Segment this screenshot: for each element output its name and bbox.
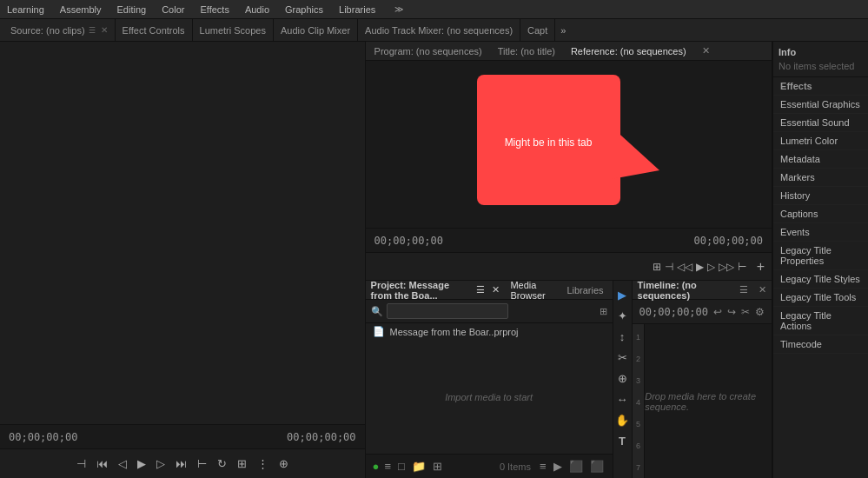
- timeline-current-time[interactable]: 00;00;00;00: [639, 306, 708, 318]
- timeline-track-numbers: 1 2 3 4 5 6 7: [633, 324, 646, 478]
- track-num-5: 5: [636, 413, 640, 435]
- effects-item-legacy-title-properties[interactable]: Legacy Title Properties: [773, 242, 868, 270]
- prog-add-marker[interactable]: +: [757, 259, 765, 275]
- effects-item-essential-sound[interactable]: Essential Sound: [773, 114, 868, 132]
- prog-ctrl-btn1[interactable]: ⊞: [653, 261, 661, 273]
- project-extra1[interactable]: ⬛: [567, 458, 585, 475]
- left-timecode-end: 00;00;00;00: [287, 431, 355, 443]
- project-panel-close[interactable]: ✕: [492, 284, 500, 295]
- source-ctrl-add[interactable]: ⊕: [276, 455, 291, 472]
- project-new-bin[interactable]: ●: [373, 460, 380, 473]
- project-panel-title: Project: Message from the Boa...: [371, 280, 470, 301]
- effects-item-metadata[interactable]: Metadata: [773, 150, 868, 169]
- tab-audio-track-mixer[interactable]: Audio Track Mixer: (no sequences): [358, 19, 520, 41]
- tool-selection[interactable]: ▶: [613, 286, 631, 303]
- nav-learning[interactable]: Learning: [7, 4, 44, 15]
- program-monitor: Program: (no sequences) Title: (no title…: [366, 42, 772, 280]
- nav-color[interactable]: Color: [162, 4, 184, 15]
- source-ctrl-mark-out[interactable]: ⊢: [195, 455, 209, 472]
- tab-effect-controls[interactable]: Effect Controls: [116, 19, 193, 41]
- tab-source-menu-icon[interactable]: ☰: [89, 26, 96, 35]
- effects-item-legacy-title-actions[interactable]: Legacy Title Actions: [773, 307, 868, 335]
- tab-libraries[interactable]: Libraries: [563, 285, 606, 295]
- source-ctrl-mark-in[interactable]: ⊣: [74, 455, 89, 472]
- nav-more-icon[interactable]: ≫: [394, 4, 403, 14]
- project-panel-menu[interactable]: ☰: [476, 284, 485, 295]
- nav-audio[interactable]: Audio: [245, 4, 269, 15]
- project-settings-btn[interactable]: ⊞: [431, 458, 444, 475]
- file-icon: 📄: [373, 326, 385, 337]
- tl-redo[interactable]: ↪: [727, 306, 736, 318]
- nav-assembly[interactable]: Assembly: [60, 4, 102, 15]
- effects-item-lumetri-color[interactable]: Lumetri Color: [773, 132, 868, 150]
- info-section: Info No items selected: [773, 42, 868, 77]
- tl-scissors[interactable]: ✂: [741, 306, 750, 318]
- thumbnail-toggle[interactable]: ⊞: [600, 306, 607, 317]
- project-more-btn[interactable]: ▶: [552, 458, 564, 475]
- effects-item-captions[interactable]: Captions: [773, 205, 868, 223]
- nav-libraries[interactable]: Libraries: [339, 4, 375, 15]
- project-search-input[interactable]: [387, 303, 508, 319]
- project-file-item[interactable]: 📄 Message from the Boar..prproj: [366, 323, 613, 340]
- source-ctrl-step-back2[interactable]: ◁: [116, 455, 129, 472]
- tab-bar-more[interactable]: »: [555, 25, 571, 36]
- program-monitor-tabs: Program: (no sequences) Title: (no title…: [366, 42, 772, 61]
- prog-ctrl-btn2[interactable]: ⊣: [665, 261, 673, 273]
- project-menu-btn[interactable]: ≡: [538, 458, 548, 475]
- source-ctrl-step-end[interactable]: ⏭: [173, 455, 189, 472]
- tool-track-select[interactable]: ✦: [613, 307, 631, 324]
- tab-source[interactable]: Source: (no clips) ☰ ✕: [3, 19, 116, 41]
- tab-program[interactable]: Program: (no sequences): [371, 46, 486, 56]
- left-timecode-start: 00;00;00;00: [9, 431, 77, 443]
- tool-slip[interactable]: ⊕: [613, 369, 631, 387]
- prog-ctrl-btn3[interactable]: ◁◁: [677, 261, 692, 273]
- tool-slide[interactable]: ↔: [613, 390, 631, 408]
- tab-audio-clip-mixer[interactable]: Audio Clip Mixer: [274, 19, 358, 41]
- project-list-view[interactable]: ≡: [382, 458, 393, 475]
- source-ctrl-loop[interactable]: ↻: [215, 455, 229, 472]
- source-ctrl-step-back[interactable]: ⏮: [94, 455, 110, 472]
- tool-ripple-edit[interactable]: ↕: [613, 328, 631, 345]
- prog-ctrl-btn6[interactable]: ▷▷: [719, 261, 734, 273]
- project-bottom-bar: ● ≡ □ 📁 ⊞ 0 Items ≡ ▶ ⬛ ⬛: [366, 454, 613, 478]
- effects-item-essential-graphics[interactable]: Essential Graphics: [773, 96, 868, 114]
- timeline-menu-icon[interactable]: ☰: [739, 284, 748, 295]
- tool-type[interactable]: T: [613, 432, 631, 449]
- program-timecode-start: 00;00;00;00: [374, 235, 443, 247]
- project-icon-view[interactable]: □: [396, 458, 407, 475]
- nav-effects[interactable]: Effects: [200, 4, 229, 15]
- project-extra2[interactable]: ⬛: [588, 458, 606, 475]
- effects-item-markers[interactable]: Markers: [773, 169, 868, 187]
- prog-ctrl-btn5[interactable]: ▷: [707, 261, 715, 273]
- project-file-name: Message from the Boar..prproj: [390, 327, 519, 337]
- effects-item-legacy-title-styles[interactable]: Legacy Title Styles: [773, 270, 868, 289]
- source-ctrl-step-fwd[interactable]: ▷: [154, 455, 168, 472]
- timeline-close-icon[interactable]: ✕: [759, 284, 766, 295]
- source-ctrl-play[interactable]: ▶: [135, 455, 149, 472]
- tab-reference[interactable]: Reference: (no sequences): [567, 46, 690, 56]
- prog-ctrl-play[interactable]: ▶: [696, 261, 704, 273]
- nav-graphics[interactable]: Graphics: [285, 4, 323, 15]
- tab-title[interactable]: Title: (no title): [494, 46, 559, 56]
- program-content: Might be in this tab: [366, 61, 772, 228]
- monitor-tab-close[interactable]: ✕: [702, 45, 710, 56]
- tab-media-browser[interactable]: Media Browser: [507, 280, 556, 301]
- effects-item-events[interactable]: Events: [773, 223, 868, 242]
- source-ctrl-settings[interactable]: ⋮: [255, 455, 271, 472]
- prog-ctrl-btn7[interactable]: ⊢: [738, 261, 746, 273]
- tab-capt[interactable]: Capt: [520, 19, 555, 41]
- tool-razor[interactable]: ✂: [613, 349, 631, 366]
- tab-lumetri-scopes[interactable]: Lumetri Scopes: [193, 19, 274, 41]
- nav-editing[interactable]: Editing: [117, 4, 147, 15]
- effects-item-effects[interactable]: Effects: [773, 77, 868, 96]
- project-freeform-view[interactable]: 📁: [410, 458, 427, 475]
- program-timecode-bar: 00;00;00;00 00;00;00;00: [366, 228, 772, 252]
- effects-item-legacy-title-tools[interactable]: Legacy Title Tools: [773, 289, 868, 307]
- tl-settings[interactable]: ⚙: [755, 306, 765, 318]
- source-ctrl-grid[interactable]: ⊞: [235, 455, 249, 472]
- tl-undo[interactable]: ↩: [713, 306, 722, 318]
- tab-source-close[interactable]: ✕: [101, 25, 108, 35]
- effects-item-timecode[interactable]: Timecode: [773, 335, 868, 354]
- tool-hand[interactable]: ✋: [613, 411, 631, 428]
- effects-item-history[interactable]: History: [773, 187, 868, 205]
